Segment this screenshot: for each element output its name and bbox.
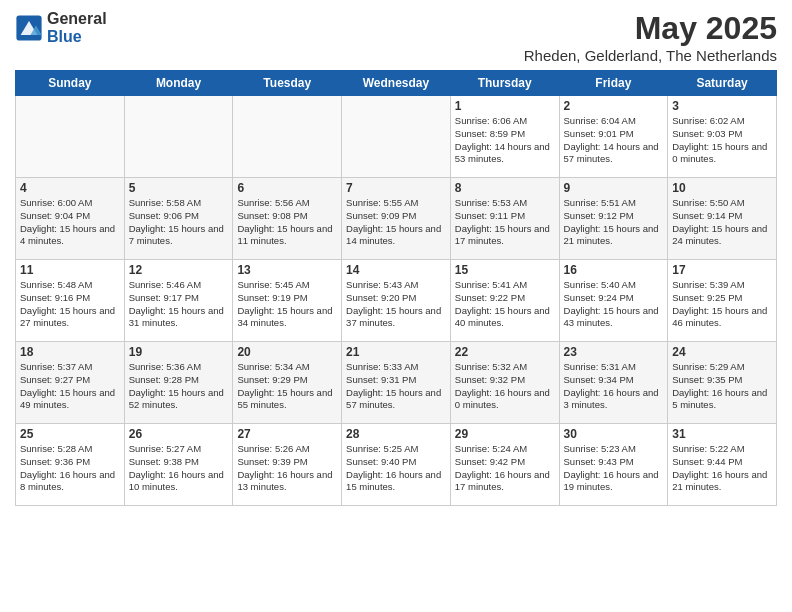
day-number: 11 — [20, 263, 120, 277]
calendar-cell: 11Sunrise: 5:48 AMSunset: 9:16 PMDayligh… — [16, 260, 125, 342]
day-header-monday: Monday — [124, 71, 233, 96]
calendar-cell: 19Sunrise: 5:36 AMSunset: 9:28 PMDayligh… — [124, 342, 233, 424]
month-title: May 2025 — [524, 10, 777, 47]
day-number: 25 — [20, 427, 120, 441]
day-header-saturday: Saturday — [668, 71, 777, 96]
day-number: 23 — [564, 345, 664, 359]
day-header-friday: Friday — [559, 71, 668, 96]
day-info: Sunrise: 5:28 AMSunset: 9:36 PMDaylight:… — [20, 443, 120, 494]
day-info: Sunrise: 5:45 AMSunset: 9:19 PMDaylight:… — [237, 279, 337, 330]
day-number: 18 — [20, 345, 120, 359]
day-number: 2 — [564, 99, 664, 113]
logo-icon — [15, 14, 43, 42]
calendar-cell: 7Sunrise: 5:55 AMSunset: 9:09 PMDaylight… — [342, 178, 451, 260]
day-info: Sunrise: 5:53 AMSunset: 9:11 PMDaylight:… — [455, 197, 555, 248]
calendar-cell: 21Sunrise: 5:33 AMSunset: 9:31 PMDayligh… — [342, 342, 451, 424]
day-number: 22 — [455, 345, 555, 359]
calendar-cell — [233, 96, 342, 178]
day-number: 6 — [237, 181, 337, 195]
calendar-cell: 18Sunrise: 5:37 AMSunset: 9:27 PMDayligh… — [16, 342, 125, 424]
page: General Blue May 2025 Rheden, Gelderland… — [0, 0, 792, 612]
calendar-cell: 20Sunrise: 5:34 AMSunset: 9:29 PMDayligh… — [233, 342, 342, 424]
day-info: Sunrise: 5:29 AMSunset: 9:35 PMDaylight:… — [672, 361, 772, 412]
day-number: 8 — [455, 181, 555, 195]
day-number: 20 — [237, 345, 337, 359]
calendar-cell: 23Sunrise: 5:31 AMSunset: 9:34 PMDayligh… — [559, 342, 668, 424]
day-info: Sunrise: 5:24 AMSunset: 9:42 PMDaylight:… — [455, 443, 555, 494]
day-info: Sunrise: 5:41 AMSunset: 9:22 PMDaylight:… — [455, 279, 555, 330]
day-number: 14 — [346, 263, 446, 277]
day-number: 27 — [237, 427, 337, 441]
day-number: 13 — [237, 263, 337, 277]
calendar-week-row: 11Sunrise: 5:48 AMSunset: 9:16 PMDayligh… — [16, 260, 777, 342]
day-info: Sunrise: 6:00 AMSunset: 9:04 PMDaylight:… — [20, 197, 120, 248]
day-info: Sunrise: 6:02 AMSunset: 9:03 PMDaylight:… — [672, 115, 772, 166]
day-number: 24 — [672, 345, 772, 359]
day-info: Sunrise: 5:25 AMSunset: 9:40 PMDaylight:… — [346, 443, 446, 494]
day-info: Sunrise: 5:55 AMSunset: 9:09 PMDaylight:… — [346, 197, 446, 248]
day-number: 4 — [20, 181, 120, 195]
day-info: Sunrise: 5:33 AMSunset: 9:31 PMDaylight:… — [346, 361, 446, 412]
day-number: 9 — [564, 181, 664, 195]
day-info: Sunrise: 5:46 AMSunset: 9:17 PMDaylight:… — [129, 279, 229, 330]
calendar-cell: 2Sunrise: 6:04 AMSunset: 9:01 PMDaylight… — [559, 96, 668, 178]
day-header-wednesday: Wednesday — [342, 71, 451, 96]
day-number: 10 — [672, 181, 772, 195]
day-number: 28 — [346, 427, 446, 441]
day-info: Sunrise: 5:31 AMSunset: 9:34 PMDaylight:… — [564, 361, 664, 412]
calendar-cell: 29Sunrise: 5:24 AMSunset: 9:42 PMDayligh… — [450, 424, 559, 506]
calendar-cell: 17Sunrise: 5:39 AMSunset: 9:25 PMDayligh… — [668, 260, 777, 342]
day-header-tuesday: Tuesday — [233, 71, 342, 96]
day-info: Sunrise: 5:56 AMSunset: 9:08 PMDaylight:… — [237, 197, 337, 248]
day-info: Sunrise: 5:39 AMSunset: 9:25 PMDaylight:… — [672, 279, 772, 330]
calendar-cell: 1Sunrise: 6:06 AMSunset: 8:59 PMDaylight… — [450, 96, 559, 178]
calendar-cell — [124, 96, 233, 178]
title-section: May 2025 Rheden, Gelderland, The Netherl… — [524, 10, 777, 64]
calendar-cell: 13Sunrise: 5:45 AMSunset: 9:19 PMDayligh… — [233, 260, 342, 342]
calendar-cell: 27Sunrise: 5:26 AMSunset: 9:39 PMDayligh… — [233, 424, 342, 506]
day-info: Sunrise: 5:36 AMSunset: 9:28 PMDaylight:… — [129, 361, 229, 412]
calendar-cell: 5Sunrise: 5:58 AMSunset: 9:06 PMDaylight… — [124, 178, 233, 260]
day-info: Sunrise: 5:50 AMSunset: 9:14 PMDaylight:… — [672, 197, 772, 248]
calendar-week-row: 18Sunrise: 5:37 AMSunset: 9:27 PMDayligh… — [16, 342, 777, 424]
calendar-cell — [342, 96, 451, 178]
day-info: Sunrise: 5:32 AMSunset: 9:32 PMDaylight:… — [455, 361, 555, 412]
logo-general: General — [47, 10, 107, 28]
day-number: 26 — [129, 427, 229, 441]
calendar-cell: 31Sunrise: 5:22 AMSunset: 9:44 PMDayligh… — [668, 424, 777, 506]
day-number: 3 — [672, 99, 772, 113]
day-info: Sunrise: 5:37 AMSunset: 9:27 PMDaylight:… — [20, 361, 120, 412]
day-info: Sunrise: 5:26 AMSunset: 9:39 PMDaylight:… — [237, 443, 337, 494]
calendar-cell: 9Sunrise: 5:51 AMSunset: 9:12 PMDaylight… — [559, 178, 668, 260]
calendar-cell: 26Sunrise: 5:27 AMSunset: 9:38 PMDayligh… — [124, 424, 233, 506]
calendar-cell: 3Sunrise: 6:02 AMSunset: 9:03 PMDaylight… — [668, 96, 777, 178]
day-number: 12 — [129, 263, 229, 277]
calendar-cell: 15Sunrise: 5:41 AMSunset: 9:22 PMDayligh… — [450, 260, 559, 342]
day-number: 17 — [672, 263, 772, 277]
day-number: 19 — [129, 345, 229, 359]
calendar-cell: 24Sunrise: 5:29 AMSunset: 9:35 PMDayligh… — [668, 342, 777, 424]
header: General Blue May 2025 Rheden, Gelderland… — [15, 10, 777, 64]
calendar-cell — [16, 96, 125, 178]
calendar-cell: 12Sunrise: 5:46 AMSunset: 9:17 PMDayligh… — [124, 260, 233, 342]
calendar-cell: 16Sunrise: 5:40 AMSunset: 9:24 PMDayligh… — [559, 260, 668, 342]
location: Rheden, Gelderland, The Netherlands — [524, 47, 777, 64]
day-info: Sunrise: 6:04 AMSunset: 9:01 PMDaylight:… — [564, 115, 664, 166]
calendar-cell: 25Sunrise: 5:28 AMSunset: 9:36 PMDayligh… — [16, 424, 125, 506]
logo-text: General Blue — [47, 10, 107, 45]
calendar-cell: 6Sunrise: 5:56 AMSunset: 9:08 PMDaylight… — [233, 178, 342, 260]
day-number: 16 — [564, 263, 664, 277]
day-number: 29 — [455, 427, 555, 441]
day-number: 7 — [346, 181, 446, 195]
logo-blue: Blue — [47, 28, 107, 46]
day-number: 5 — [129, 181, 229, 195]
day-info: Sunrise: 5:48 AMSunset: 9:16 PMDaylight:… — [20, 279, 120, 330]
day-number: 21 — [346, 345, 446, 359]
day-info: Sunrise: 5:34 AMSunset: 9:29 PMDaylight:… — [237, 361, 337, 412]
day-info: Sunrise: 5:22 AMSunset: 9:44 PMDaylight:… — [672, 443, 772, 494]
day-number: 1 — [455, 99, 555, 113]
calendar-week-row: 4Sunrise: 6:00 AMSunset: 9:04 PMDaylight… — [16, 178, 777, 260]
calendar-week-row: 1Sunrise: 6:06 AMSunset: 8:59 PMDaylight… — [16, 96, 777, 178]
calendar: SundayMondayTuesdayWednesdayThursdayFrid… — [15, 70, 777, 506]
calendar-cell: 8Sunrise: 5:53 AMSunset: 9:11 PMDaylight… — [450, 178, 559, 260]
